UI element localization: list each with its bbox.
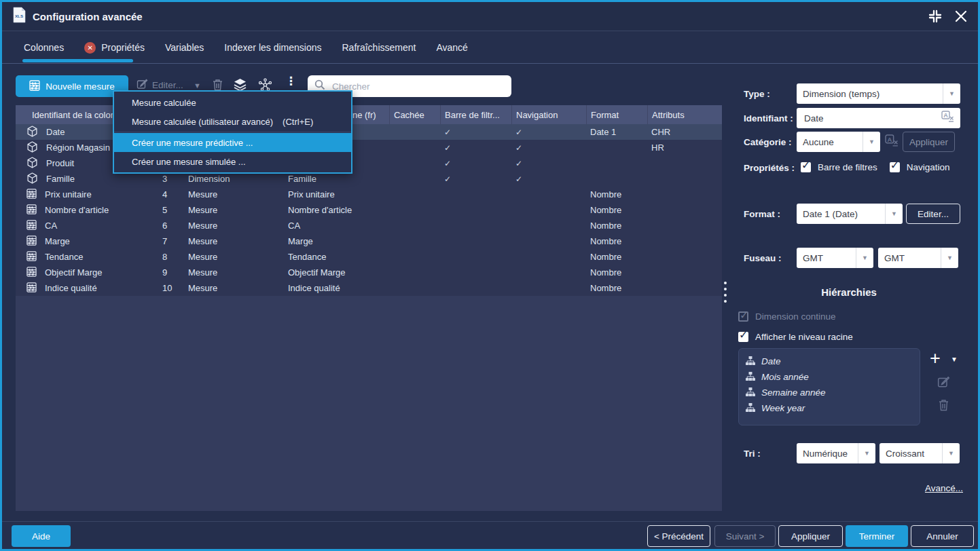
chevron-down-icon[interactable]: ▼ xyxy=(942,443,960,463)
filter-bar-checkbox[interactable] xyxy=(801,162,811,172)
search-input[interactable] xyxy=(331,81,505,92)
finish-button[interactable]: Terminer xyxy=(846,525,908,547)
hierarchy-item[interactable]: Date xyxy=(746,354,920,369)
table-cell: Nombre xyxy=(586,280,647,296)
menu-item-cr-er-une-mesure-pr-dictive[interactable]: Créer une mesure prédictive ... xyxy=(114,133,351,152)
layers-icon[interactable] xyxy=(233,78,247,92)
sort-type-dropdown[interactable]: Numérique ▼ xyxy=(797,443,875,463)
edit-hierarchy-icon[interactable] xyxy=(937,375,950,391)
tab-avanc-[interactable]: Avancé xyxy=(436,42,467,53)
table-cell: Mesure xyxy=(184,280,284,296)
column-header[interactable]: Format xyxy=(586,105,647,124)
identifier-label: Identifiant : xyxy=(744,113,793,124)
hierarchy-item[interactable]: Semaine année xyxy=(746,385,920,400)
category-translate-icon[interactable]: A xyxy=(885,134,899,150)
add-hierarchy-caret-icon[interactable]: ▼ xyxy=(951,356,958,363)
panel-splitter-handle[interactable] xyxy=(723,282,727,303)
restore-window-icon[interactable] xyxy=(928,9,943,24)
tab-variables[interactable]: Variables xyxy=(165,42,204,53)
table-row[interactable]: Marge7MesureMargeNombre xyxy=(16,233,722,249)
column-header[interactable]: Attributs xyxy=(647,105,722,124)
tab-colonnes[interactable]: Colonnes xyxy=(24,42,64,53)
column-header[interactable]: Cachée xyxy=(389,105,440,124)
navigation-checkbox[interactable] xyxy=(890,162,900,172)
menu-item-mesure-calcul-e-utilisateur-avanc[interactable]: Mesure calculée (utilisateur avancé)(Ctr… xyxy=(114,112,351,131)
tab-indexer-les-dimensions[interactable]: Indexer les dimensions xyxy=(224,42,321,53)
table-cell xyxy=(389,202,440,218)
table-cell xyxy=(389,249,440,265)
table-cell xyxy=(389,171,440,187)
timezone-label: Fuseau : xyxy=(744,253,782,263)
timezone-value-2: GMT xyxy=(878,248,941,268)
svg-text:XLS: XLS xyxy=(15,14,23,18)
table-cell: HR xyxy=(647,140,722,155)
more-options-kebab-icon[interactable]: ⋮ xyxy=(285,79,297,84)
tab-label: Indexer les dimensions xyxy=(224,42,321,53)
table-cell: Objectif Marge xyxy=(284,265,389,280)
identifier-input[interactable] xyxy=(803,113,941,124)
table-cell: Nombre d'article xyxy=(16,202,158,218)
table-row[interactable]: Prix unitaire4MesurePrix unitaireNombre xyxy=(16,187,722,202)
apply-button[interactable]: Appliquer xyxy=(778,525,843,547)
type-dropdown[interactable]: Dimension (temps) ▼ xyxy=(797,83,960,104)
category-dropdown[interactable]: Aucune ▼ xyxy=(797,132,880,152)
advanced-link[interactable]: Avancé... xyxy=(817,483,963,493)
table-row[interactable]: Objectif Marge9MesureObjectif MargeNombr… xyxy=(16,265,722,280)
chevron-down-icon[interactable]: ▼ xyxy=(856,248,873,268)
menu-item-cr-er-une-mesure-simul-e[interactable]: Créer une mesure simulée ... xyxy=(114,152,351,171)
delete-hierarchy-icon[interactable] xyxy=(938,398,949,414)
format-dropdown[interactable]: Date 1 (Date) ▼ xyxy=(797,204,903,224)
table-cell: Prix unitaire xyxy=(284,187,389,202)
chevron-down-icon[interactable]: ▼ xyxy=(863,132,880,152)
chevron-down-icon[interactable]: ▼ xyxy=(858,443,875,463)
table-cell xyxy=(586,155,647,171)
edit-format-button[interactable]: Editer... xyxy=(906,204,960,224)
hierarchy-item[interactable]: Mois année xyxy=(746,369,920,385)
measure-abacus-icon xyxy=(26,251,37,263)
table-cell: Objectif Marge xyxy=(16,265,158,280)
table-cell: CA xyxy=(284,218,389,233)
table-cell: ✓ xyxy=(440,140,511,155)
table-row[interactable]: CA6MesureCANombre xyxy=(16,218,722,233)
chevron-down-icon[interactable]: ▼ xyxy=(885,204,903,224)
delete-icon[interactable] xyxy=(212,78,223,91)
close-icon[interactable] xyxy=(955,10,967,22)
sort-order-dropdown[interactable]: Croissant ▼ xyxy=(879,443,960,463)
active-tab-underline xyxy=(22,59,133,62)
table-cell xyxy=(586,140,647,155)
new-measure-button[interactable]: Nouvelle mesure xyxy=(16,75,128,97)
cluster-icon[interactable] xyxy=(258,78,272,92)
table-cell xyxy=(440,233,511,249)
table-row[interactable]: Tendance8MesureTendanceNombre xyxy=(16,249,722,265)
apply-category-button[interactable]: Appliquer xyxy=(903,132,955,152)
hierarchy-item[interactable]: Week year xyxy=(746,400,920,416)
column-header[interactable]: Navigation xyxy=(511,105,586,124)
tab-rafra-chissement[interactable]: Rafraîchissement xyxy=(342,42,416,53)
table-cell: 9 xyxy=(158,265,184,280)
timezone-dropdown-1[interactable]: GMT ▼ xyxy=(797,248,873,268)
edit-button[interactable]: Editer... xyxy=(137,78,183,92)
show-root-level-checkbox[interactable] xyxy=(738,332,748,342)
cancel-button[interactable]: Annuler xyxy=(911,525,974,547)
timezone-dropdown-2[interactable]: GMT ▼ xyxy=(878,248,958,268)
add-hierarchy-icon[interactable]: + xyxy=(930,349,941,367)
table-row[interactable]: Nombre d'article5MesureNombre d'articleN… xyxy=(16,202,722,218)
table-cell: Mesure xyxy=(184,218,284,233)
edit-dropdown-caret-icon[interactable]: ▼ xyxy=(194,81,201,90)
menu-item-mesure-calcul-e[interactable]: Mesure calculée xyxy=(114,93,351,112)
tab-propri-t-s[interactable]: ✕Propriétés xyxy=(84,42,145,54)
chevron-down-icon[interactable]: ▼ xyxy=(943,83,960,104)
column-header[interactable]: Barre de filtr... xyxy=(440,105,511,124)
continuous-dimension-checkbox[interactable] xyxy=(738,311,748,322)
translate-icon[interactable]: A xyxy=(941,111,954,126)
category-label: Catégorie : xyxy=(744,137,792,147)
chevron-down-icon[interactable]: ▼ xyxy=(941,248,958,268)
tab-label: Rafraîchissement xyxy=(342,42,416,53)
next-button[interactable]: Suivant > xyxy=(714,525,776,547)
help-button[interactable]: Aide xyxy=(12,525,71,547)
table-row[interactable]: Indice qualité10MesureIndice qualitéNomb… xyxy=(16,280,722,296)
previous-button[interactable]: < Précédent xyxy=(647,525,710,547)
dialog-title: Configuration avancée xyxy=(33,11,143,22)
table-cell: 6 xyxy=(158,218,184,233)
tab-label: Avancé xyxy=(436,42,467,53)
